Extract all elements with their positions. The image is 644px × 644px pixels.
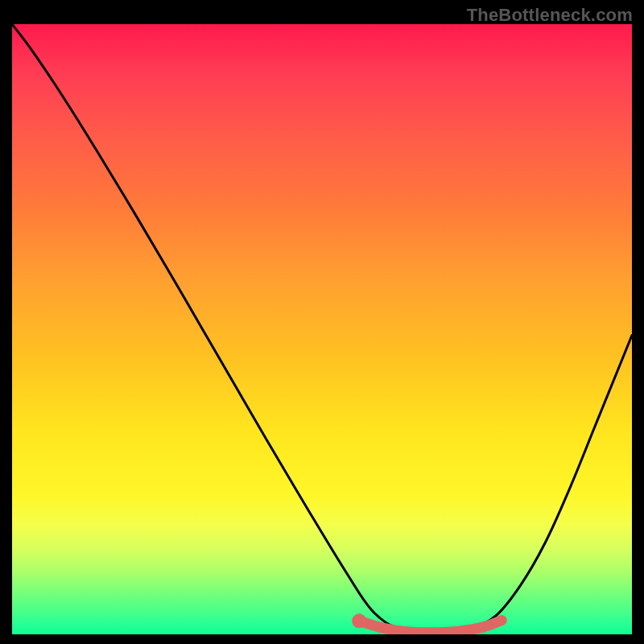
- highlight-segment: [359, 621, 502, 633]
- watermark-text: TheBottleneck.com: [467, 5, 633, 26]
- chart-svg: [12, 24, 632, 634]
- chart-container: TheBottleneck.com: [0, 0, 644, 644]
- plot-area: [12, 24, 632, 634]
- highlight-marker: [352, 613, 366, 628]
- svg-point-0: [352, 613, 366, 628]
- bottleneck-curve: [12, 24, 632, 634]
